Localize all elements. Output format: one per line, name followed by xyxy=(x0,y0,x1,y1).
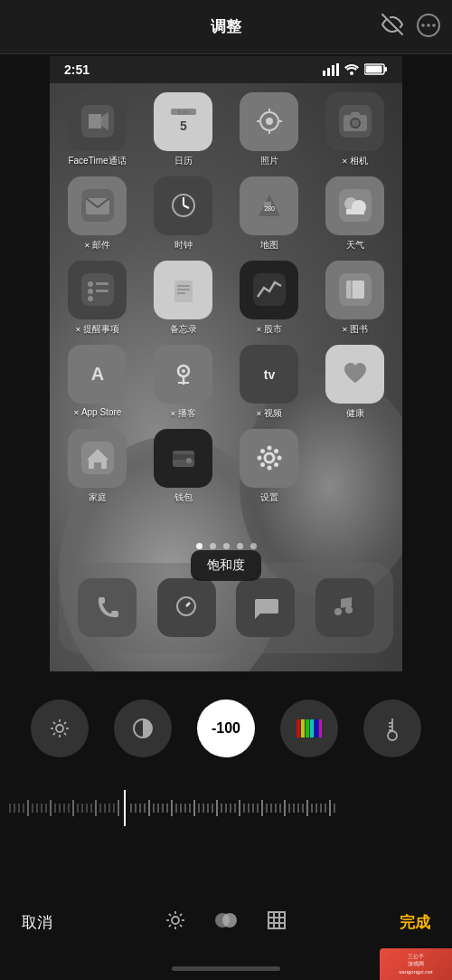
list-item[interactable]: 时钟 xyxy=(145,176,221,252)
bottom-toolbar: 取消 xyxy=(0,909,452,935)
weather-label: 天气 xyxy=(346,239,364,252)
health-icon[interactable] xyxy=(325,345,384,404)
svg-text:A: A xyxy=(90,364,103,384)
exposure-tool-icon[interactable] xyxy=(165,909,186,935)
notes-icon[interactable] xyxy=(154,261,212,319)
color-knob[interactable] xyxy=(280,699,338,757)
brightness-knob[interactable] xyxy=(31,699,89,757)
reminders-icon[interactable] xyxy=(68,261,127,319)
podcasts-icon[interactable] xyxy=(154,345,212,404)
toolbar-middle-icons xyxy=(165,909,287,935)
podcasts-label: 播客 xyxy=(170,407,196,420)
list-item[interactable]: 备忘录 xyxy=(145,261,221,336)
more-icon[interactable] xyxy=(416,13,441,42)
list-item[interactable]: 家庭 xyxy=(59,429,136,504)
phone-screen: 2:51 xyxy=(50,56,402,671)
svg-rect-100 xyxy=(297,719,300,737)
list-item[interactable]: 播客 xyxy=(145,345,221,420)
saturation-value-knob[interactable]: -100 xyxy=(197,699,255,757)
list-item[interactable]: 相机 xyxy=(316,92,393,167)
health-label: 健康 xyxy=(346,407,364,420)
list-item[interactable]: 提醒事项 xyxy=(59,261,136,336)
svg-point-89 xyxy=(345,606,353,614)
maps-icon[interactable]: 280 xyxy=(240,176,298,235)
calendar-icon[interactable]: 5星期日 xyxy=(154,92,212,151)
page-dot-5 xyxy=(250,543,257,549)
list-item[interactable]: 照片 xyxy=(231,92,307,167)
svg-rect-74 xyxy=(173,454,194,460)
dock-phone-icon[interactable] xyxy=(78,578,137,637)
svg-rect-102 xyxy=(306,719,309,737)
hide-eye-icon[interactable] xyxy=(381,14,403,41)
svg-point-47 xyxy=(88,289,93,294)
svg-line-117 xyxy=(180,925,182,927)
list-item[interactable]: tv 视频 xyxy=(231,345,307,420)
dock-music[interactable] xyxy=(315,578,374,637)
svg-point-78 xyxy=(267,446,271,451)
dock-speedometer[interactable] xyxy=(157,578,216,637)
list-item[interactable]: 5星期日 日历 xyxy=(145,92,221,167)
dock-messages-icon[interactable] xyxy=(236,578,295,637)
facetime-icon[interactable] xyxy=(68,92,127,151)
controls-area: -100 xyxy=(0,672,452,980)
dock-phone[interactable] xyxy=(78,578,137,637)
dock-music-icon[interactable] xyxy=(315,578,374,637)
svg-rect-52 xyxy=(174,281,193,302)
calendar-label: 日历 xyxy=(174,155,193,167)
books-icon[interactable] xyxy=(325,261,384,319)
top-right-icons xyxy=(381,13,441,42)
adjustment-knobs: -100 xyxy=(0,690,452,766)
wallet-icon[interactable] xyxy=(154,429,212,488)
home-icon[interactable] xyxy=(68,429,127,488)
cancel-button[interactable]: 取消 xyxy=(22,912,52,933)
dock-messages[interactable] xyxy=(236,578,295,637)
done-button[interactable]: 完成 xyxy=(400,912,430,933)
settings-icon[interactable] xyxy=(240,429,298,488)
list-item[interactable]: FaceTime通话 xyxy=(59,92,136,167)
svg-line-97 xyxy=(64,722,66,724)
clock-icon[interactable] xyxy=(154,176,212,235)
settings-label: 设置 xyxy=(260,491,278,504)
page-dot-2 xyxy=(210,543,216,549)
tv-label: 视频 xyxy=(256,407,282,420)
temperature-knob[interactable] xyxy=(363,699,421,757)
svg-point-2 xyxy=(421,24,425,27)
slider-area[interactable] xyxy=(0,781,452,835)
crop-tool-icon[interactable] xyxy=(266,909,287,935)
tv-icon[interactable]: tv xyxy=(240,345,298,404)
list-item[interactable]: A App Store xyxy=(59,345,136,420)
photos-icon[interactable] xyxy=(240,92,298,151)
facetime-label: FaceTime通话 xyxy=(68,155,126,167)
appstore-icon[interactable]: A xyxy=(68,345,127,404)
color-tool-icon[interactable] xyxy=(213,909,239,935)
svg-point-30 xyxy=(352,119,359,127)
list-item[interactable]: 股市 xyxy=(231,261,307,336)
svg-point-85 xyxy=(260,462,265,467)
camera-icon[interactable] xyxy=(325,92,384,151)
app-grid: FaceTime通话 5星期日 日历 照片 xyxy=(59,92,393,504)
mail-icon[interactable] xyxy=(68,176,127,235)
dock-speedometer-icon[interactable] xyxy=(157,578,216,637)
svg-line-98 xyxy=(53,733,55,735)
list-item[interactable]: 健康 xyxy=(316,345,393,420)
svg-point-79 xyxy=(267,466,271,471)
svg-point-75 xyxy=(186,458,192,463)
list-item[interactable]: 邮件 xyxy=(59,176,136,252)
page-dot-1 xyxy=(196,543,202,549)
list-item[interactable]: 图书 xyxy=(316,261,393,336)
saturation-value: -100 xyxy=(212,720,240,737)
list-item[interactable]: 设置 xyxy=(231,429,307,504)
books-label: 图书 xyxy=(342,323,368,336)
wallet-label: 钱包 xyxy=(174,491,193,504)
svg-point-46 xyxy=(88,281,93,287)
svg-rect-5 xyxy=(323,71,325,76)
list-item[interactable]: 280 地图 xyxy=(231,176,307,252)
contrast-knob[interactable] xyxy=(114,699,172,757)
stocks-icon[interactable] xyxy=(240,261,298,319)
saturation-tooltip: 饱和度 xyxy=(191,550,261,581)
svg-rect-11 xyxy=(384,67,387,71)
home-label: 家庭 xyxy=(89,491,107,504)
weather-icon[interactable] xyxy=(325,176,384,235)
list-item[interactable]: 天气 xyxy=(316,176,393,252)
list-item[interactable]: 钱包 xyxy=(145,429,221,504)
